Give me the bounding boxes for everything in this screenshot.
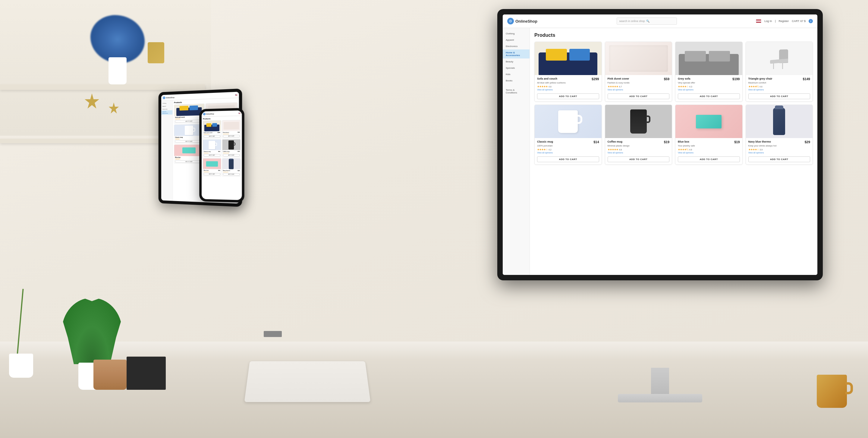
add-to-cart-chair[interactable]: ADD TO CART bbox=[748, 93, 810, 99]
star-count-coffee-mug: 4.8 bbox=[619, 149, 622, 151]
monitor-area: O OnlineShop search in online shop 🔍 Log… bbox=[482, 9, 838, 371]
storage-box bbox=[127, 356, 166, 390]
view-opinions-chair[interactable]: View all opinions bbox=[748, 89, 810, 91]
tablet-logo: O OnlineShop bbox=[163, 96, 175, 99]
sidebar-item-terms[interactable]: Terms & Conditions bbox=[503, 87, 530, 96]
sidebar-item-home[interactable]: Home & Accessories bbox=[503, 50, 530, 59]
product-info-grey-sofa: Grey sofa $199 Very special offer ★★★★☆ … bbox=[675, 75, 742, 101]
search-placeholder: search in online shop bbox=[619, 20, 645, 23]
product-info-chair: Triangle grey chair $149 Maximum comfort… bbox=[746, 75, 813, 101]
add-to-cart-navy-thermo[interactable]: ADD TO CART bbox=[748, 156, 810, 162]
stars-navy-thermo: ★★★★☆ bbox=[748, 148, 759, 151]
screen-body: Clothing Apparel Electronics Home & Acce… bbox=[503, 28, 817, 275]
stars-grey-sofa: ★★★★☆ bbox=[678, 85, 688, 88]
product-name-blue-box: Blue box bbox=[678, 140, 733, 144]
product-price-coffee-mug: $19 bbox=[664, 140, 670, 144]
phone-card-info-classic-mug: Classic mug $14 ★★★★☆ ADD TO CART bbox=[203, 150, 221, 157]
product-row-blue-box: Blue box $19 bbox=[678, 140, 740, 144]
cart-badge[interactable]: 2 bbox=[809, 19, 813, 23]
pencil-holder bbox=[148, 42, 164, 63]
add-to-cart-grey-sofa[interactable]: ADD TO CART bbox=[678, 93, 740, 99]
product-image-sofa bbox=[535, 42, 601, 75]
phone-sofa-img bbox=[203, 121, 221, 131]
search-icon: 🔍 bbox=[646, 20, 650, 23]
chair-leg-1 bbox=[773, 62, 774, 69]
tablet-sidebar: Clothing Apparel Electronics Home & Acce… bbox=[161, 100, 173, 201]
phone-add-to-cart-sofa[interactable]: ADD TO CART bbox=[204, 135, 220, 138]
sidebar-item-books[interactable]: Books bbox=[503, 77, 530, 84]
orchid-plant bbox=[0, 272, 60, 378]
product-price-grey-sofa: $199 bbox=[733, 77, 740, 81]
phone-blue-box-stars: ★★★★½ bbox=[204, 171, 220, 173]
phone-logo: O OnlineShop bbox=[203, 113, 214, 115]
view-opinions-classic-mug[interactable]: View all opinions bbox=[537, 152, 599, 154]
blue-box-shape bbox=[696, 115, 721, 128]
tablet-logo-circle: O bbox=[163, 96, 165, 99]
tablet-logo-text: OnlineShop bbox=[166, 96, 175, 98]
star-rating-chair: ★★★★½ 4.6 bbox=[748, 85, 810, 88]
product-image-classic-mug bbox=[535, 105, 601, 138]
orchid-pot bbox=[9, 353, 33, 378]
phone-classic-mug-img bbox=[203, 139, 221, 150]
product-subtitle-blue-box: Your jewelry safe bbox=[678, 145, 740, 147]
star-rating-classic-mug: ★★★★☆ 4.2 bbox=[537, 148, 599, 151]
products-title: Products bbox=[534, 33, 813, 38]
phone-duvet-price: $59 bbox=[238, 131, 240, 133]
phone-add-to-cart-navy-thermo[interactable]: ADD TO CART bbox=[223, 173, 240, 176]
sidebar-item-apparel[interactable]: Apparel bbox=[503, 37, 530, 43]
product-row-navy-thermo: Navy blue thermo $29 bbox=[748, 140, 810, 144]
stars-chair: ★★★★½ bbox=[748, 85, 759, 88]
phone-add-to-cart-classic-mug[interactable]: ADD TO CART bbox=[204, 154, 220, 156]
logo-text: OnlineShop bbox=[516, 19, 537, 24]
tablet-sidebar-home[interactable]: Home & Accessories bbox=[161, 110, 173, 115]
product-subtitle-coffee-mug: Minimal plastic design bbox=[608, 145, 670, 147]
chair-leg-2 bbox=[782, 62, 783, 69]
phone-sofa-stars: ★★★★★ bbox=[204, 133, 220, 135]
cart-label[interactable]: CART: 67 $ bbox=[792, 20, 806, 23]
gold-star-decoration-1 bbox=[84, 93, 99, 110]
add-to-cart-blue-box[interactable]: ADD TO CART bbox=[678, 156, 740, 162]
add-to-cart-duvet[interactable]: ADD TO CART bbox=[608, 93, 670, 99]
view-opinions-grey-sofa[interactable]: View all opinions bbox=[678, 89, 740, 91]
product-row-grey-sofa: Grey sofa $199 bbox=[678, 77, 740, 81]
product-card-grey-sofa: Grey sofa $199 Very special offer ★★★★☆ … bbox=[675, 41, 743, 102]
product-subtitle-sofa: All blue with yellow cushions bbox=[537, 82, 599, 84]
monitor-neck bbox=[651, 368, 669, 395]
phone-add-to-cart-duvet[interactable]: ADD TO CART bbox=[223, 135, 240, 137]
product-row-sofa: Sofa and couch $299 bbox=[537, 77, 599, 81]
login-link[interactable]: Log In bbox=[764, 20, 772, 23]
tablet-flag: 🇺🇸 bbox=[235, 94, 237, 96]
product-price-duvet: $59 bbox=[664, 77, 670, 81]
add-to-cart-sofa[interactable]: ADD TO CART bbox=[537, 93, 599, 99]
flower-vase bbox=[108, 57, 127, 85]
sidebar-item-specials[interactable]: Specials bbox=[503, 65, 530, 71]
sidebar-item-electronics[interactable]: Electronics bbox=[503, 43, 530, 50]
phone-duvet-img bbox=[222, 120, 240, 131]
add-to-cart-classic-mug[interactable]: ADD TO CART bbox=[537, 156, 599, 162]
product-name-classic-mug: Classic mug bbox=[537, 140, 592, 144]
view-opinions-sofa[interactable]: View all opinions bbox=[537, 89, 599, 91]
view-opinions-coffee-mug[interactable]: View all opinions bbox=[608, 152, 670, 154]
product-info-duvet: Pink duvet cover $59 Fashion & cozy nord… bbox=[605, 75, 672, 101]
product-subtitle-duvet: Fashion & cozy nordic bbox=[608, 82, 670, 84]
sidebar-item-kids[interactable]: Kids bbox=[503, 71, 530, 77]
logo-icon: O bbox=[507, 18, 514, 24]
view-opinions-navy-thermo[interactable]: View all opinions bbox=[748, 152, 810, 154]
phone-card-classic-mug: Classic mug $14 ★★★★☆ ADD TO CART bbox=[203, 139, 221, 157]
register-link[interactable]: Register bbox=[779, 20, 789, 23]
sidebar-item-clothing[interactable]: Clothing bbox=[503, 30, 530, 37]
search-bar[interactable]: search in online shop 🔍 bbox=[617, 18, 677, 25]
phone-duvet-stars: ★★★★★ bbox=[223, 133, 240, 135]
view-opinions-duvet[interactable]: View all opinions bbox=[608, 89, 670, 91]
phone-add-to-cart-coffee-mug[interactable]: ADD TO CART bbox=[223, 154, 240, 156]
phone-products-title: Products bbox=[203, 117, 241, 120]
add-to-cart-coffee-mug[interactable]: ADD TO CART bbox=[608, 156, 670, 162]
hydrangea-flowers bbox=[90, 15, 145, 63]
tropical-leaves bbox=[62, 298, 122, 364]
view-opinions-blue-box[interactable]: View all opinions bbox=[678, 152, 740, 154]
phone-add-to-cart-blue-box[interactable]: ADD TO CART bbox=[204, 173, 220, 176]
sofa-shape bbox=[538, 53, 597, 75]
sidebar-item-beauty[interactable]: Beauty bbox=[503, 59, 530, 65]
product-subtitle-navy-thermo: Keep your drinks always hot bbox=[748, 145, 810, 147]
product-image-grey-sofa bbox=[675, 42, 742, 75]
